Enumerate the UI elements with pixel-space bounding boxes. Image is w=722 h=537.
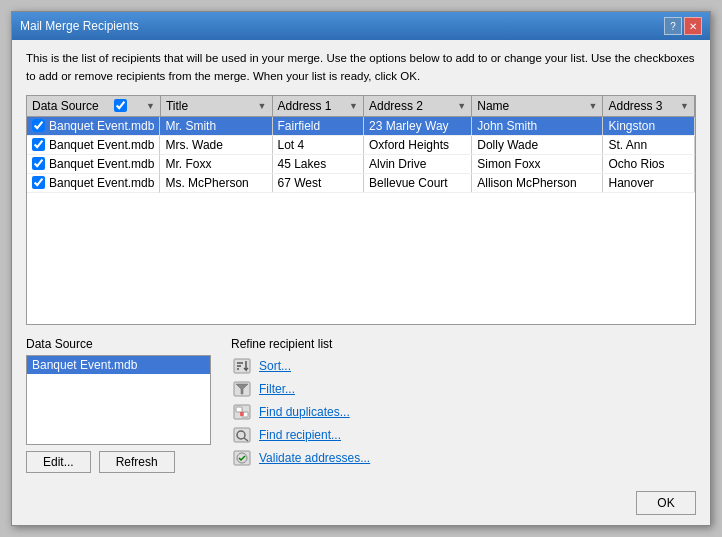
cell-address2: 23 Marley Way [363, 116, 471, 136]
close-button[interactable]: ✕ [684, 17, 702, 35]
row-checkbox[interactable] [32, 157, 45, 170]
svg-rect-0 [234, 359, 250, 373]
bottom-section: Data Source Banquet Event.mdb Edit... Re… [26, 337, 696, 473]
cell-address3: Hanover [603, 174, 695, 193]
cell-name: Simon Foxx [472, 155, 603, 174]
cell-address3: Ocho Rios [603, 155, 695, 174]
dialog-footer: OK [12, 483, 710, 525]
cell-title: Mrs. Wade [160, 136, 272, 155]
sort-arrow-address1: ▼ [349, 101, 358, 111]
cell-address1: 67 West [272, 174, 363, 193]
data-source-label: Data Source [26, 337, 211, 351]
filter-item[interactable]: Filter... [231, 380, 696, 398]
row-checkbox[interactable] [32, 176, 45, 189]
cell-address1: Fairfield [272, 116, 363, 136]
cell-title: Mr. Foxx [160, 155, 272, 174]
title-bar: Mail Merge Recipients ? ✕ [12, 12, 710, 40]
refresh-button[interactable]: Refresh [99, 451, 175, 473]
title-bar-buttons: ? ✕ [664, 17, 702, 35]
cell-address2: Alvin Drive [363, 155, 471, 174]
find-duplicates-link[interactable]: Find duplicates... [259, 405, 350, 419]
recipients-table: Data Source ▼ Title ▼ [27, 96, 695, 194]
cell-name: Allison McPherson [472, 174, 603, 193]
sort-arrow-datasource: ▼ [146, 101, 155, 111]
table-row[interactable]: Banquet Event.mdbMs. McPherson67 WestBel… [27, 174, 695, 193]
cell-datasource: Banquet Event.mdb [27, 136, 160, 155]
dialog-title: Mail Merge Recipients [20, 19, 139, 33]
refine-label: Refine recipient list [231, 337, 696, 351]
dialog-body: This is the list of recipients that will… [12, 40, 710, 483]
cell-datasource: Banquet Event.mdb [27, 117, 160, 136]
validate-link[interactable]: Validate addresses... [259, 451, 370, 465]
sort-link[interactable]: Sort... [259, 359, 291, 373]
col-header-title[interactable]: Title ▼ [160, 96, 272, 117]
validate-item[interactable]: Validate addresses... [231, 449, 696, 467]
data-source-listbox[interactable]: Banquet Event.mdb [26, 355, 211, 445]
cell-address2: Bellevue Court [363, 174, 471, 193]
find-recipient-link[interactable]: Find recipient... [259, 428, 341, 442]
col-header-name[interactable]: Name ▼ [472, 96, 603, 117]
col-header-address1[interactable]: Address 1 ▼ [272, 96, 363, 117]
sort-arrow-address3: ▼ [680, 101, 689, 111]
cell-address1: 45 Lakes [272, 155, 363, 174]
col-header-address2[interactable]: Address 2 ▼ [363, 96, 471, 117]
sort-arrow-name: ▼ [589, 101, 598, 111]
find-recipient-item[interactable]: Find recipient... [231, 426, 696, 444]
mail-merge-dialog: Mail Merge Recipients ? ✕ This is the li… [11, 11, 711, 526]
row-checkbox[interactable] [32, 138, 45, 151]
cell-title: Ms. McPherson [160, 174, 272, 193]
cell-name: Dolly Wade [472, 136, 603, 155]
edit-button[interactable]: Edit... [26, 451, 91, 473]
table-row[interactable]: Banquet Event.mdbMr. SmithFairfield23 Ma… [27, 116, 695, 136]
find-duplicates-icon [231, 403, 253, 421]
cell-address3: St. Ann [603, 136, 695, 155]
cell-title: Mr. Smith [160, 116, 272, 136]
validate-icon [231, 449, 253, 467]
svg-rect-7 [236, 407, 242, 412]
recipients-table-container: Data Source ▼ Title ▼ [26, 95, 696, 325]
col-header-datasource[interactable]: Data Source ▼ [27, 96, 160, 117]
cell-datasource: Banquet Event.mdb [27, 155, 160, 174]
refine-panel: Refine recipient list Sort... [231, 337, 696, 472]
col-header-address3[interactable]: Address 3 ▼ [603, 96, 695, 117]
table-row[interactable]: Banquet Event.mdbMr. Foxx45 LakesAlvin D… [27, 155, 695, 174]
select-all-checkbox[interactable] [114, 99, 127, 112]
data-source-item[interactable]: Banquet Event.mdb [27, 356, 210, 374]
cell-datasource: Banquet Event.mdb [27, 174, 160, 193]
find-duplicates-item[interactable]: Find duplicates... [231, 403, 696, 421]
help-button[interactable]: ? [664, 17, 682, 35]
table-row[interactable]: Banquet Event.mdbMrs. WadeLot 4Oxford He… [27, 136, 695, 155]
filter-link[interactable]: Filter... [259, 382, 295, 396]
data-source-panel: Data Source Banquet Event.mdb Edit... Re… [26, 337, 211, 473]
sort-arrow-title: ▼ [258, 101, 267, 111]
cell-name: John Smith [472, 116, 603, 136]
cell-address1: Lot 4 [272, 136, 363, 155]
cell-address2: Oxford Heights [363, 136, 471, 155]
cell-address3: Kingston [603, 116, 695, 136]
sort-arrow-address2: ▼ [457, 101, 466, 111]
intro-text: This is the list of recipients that will… [26, 50, 696, 85]
sort-icon [231, 357, 253, 375]
find-recipient-icon [231, 426, 253, 444]
filter-icon [231, 380, 253, 398]
data-source-buttons: Edit... Refresh [26, 451, 211, 473]
sort-item[interactable]: Sort... [231, 357, 696, 375]
row-checkbox[interactable] [32, 119, 45, 132]
ok-button[interactable]: OK [636, 491, 696, 515]
